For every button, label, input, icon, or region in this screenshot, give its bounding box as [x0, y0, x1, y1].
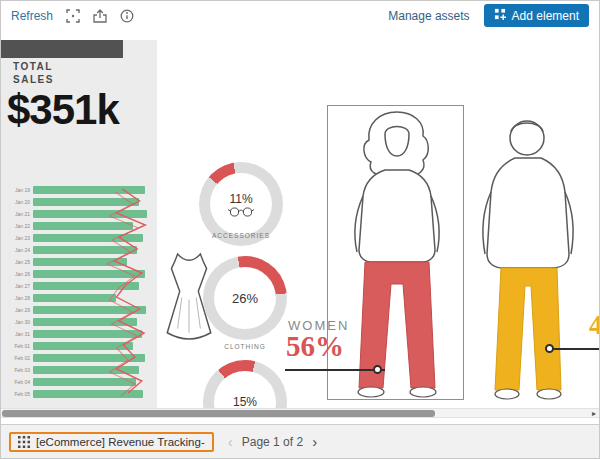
bar: [33, 186, 145, 194]
donut-percent: 11%: [229, 192, 252, 206]
glasses-icon: [228, 207, 254, 217]
total-sales-value: $351k: [7, 86, 119, 134]
donut-chart-third[interactable]: 15%: [203, 360, 287, 408]
bar-row: Jan 26: [9, 268, 151, 280]
bar-row-label: Feb 03: [9, 367, 33, 373]
bar-row-label: Jan 23: [9, 235, 33, 241]
bar-row: Feb 02: [9, 352, 151, 364]
grid-icon: [18, 436, 30, 448]
refresh-button[interactable]: Refresh: [11, 9, 53, 23]
bar: [33, 378, 136, 386]
info-icon[interactable]: [120, 9, 134, 23]
bar-row-label: Feb 04: [9, 379, 33, 385]
donut-percent: 15%: [233, 395, 257, 408]
bar-row-label: Jan 30: [9, 319, 33, 325]
bar: [33, 318, 137, 326]
fit-to-screen-icon[interactable]: [66, 9, 80, 23]
bar-row-label: Feb 02: [9, 355, 33, 361]
bar: [33, 258, 127, 266]
bar: [33, 270, 145, 278]
bar-row: Jan 19: [9, 184, 151, 196]
export-icon[interactable]: [93, 9, 107, 23]
bar-row-label: Jan 27: [9, 283, 33, 289]
page-navigator: ‹ Page 1 of 2 ›: [228, 434, 317, 449]
bar-row-label: Jan 29: [9, 307, 33, 313]
toolbar-left-group: Refresh: [11, 9, 134, 23]
bar-row-label: Jan 31: [9, 331, 33, 337]
donut-chart-accessories[interactable]: 11% ACCESSORIES: [199, 162, 283, 246]
header-strip-decoration: [1, 40, 123, 58]
donut-caption: CLOTHING: [224, 343, 266, 350]
total-sales-label: TOTAL SALES: [13, 60, 54, 86]
bar-row: Jan 31: [9, 328, 151, 340]
women-annotation-line: [285, 369, 385, 371]
dashboard-tab-active[interactable]: [eCommerce] Revenue Tracking-: [9, 432, 214, 452]
bar: [33, 198, 139, 206]
bar-row: Feb 03: [9, 364, 151, 376]
bar: [33, 246, 137, 254]
manage-assets-button[interactable]: Manage assets: [388, 9, 469, 23]
bar: [33, 342, 133, 350]
dashboard-canvas[interactable]: TOTAL SALES $351k Jan 19Jan 20Jan 21Jan …: [1, 30, 599, 408]
bar: [33, 330, 142, 338]
toolbar: Refresh Manage assets Add element: [1, 1, 599, 30]
bar-row-label: Jan 22: [9, 223, 33, 229]
bar-row: Jan 28: [9, 292, 151, 304]
footer-bar: [eCommerce] Revenue Tracking- ‹ Page 1 o…: [1, 424, 599, 458]
bar-row-label: Feb 05: [9, 391, 33, 397]
bar: [33, 366, 139, 374]
bar-row: Feb 04: [9, 376, 151, 388]
bar-row: Jan 21: [9, 208, 151, 220]
bar-row: Jan 23: [9, 232, 151, 244]
bar: [33, 234, 143, 242]
bar-row: Jan 27: [9, 280, 151, 292]
dashboard-tab-label: [eCommerce] Revenue Tracking-: [36, 436, 205, 448]
donut-caption: ACCESSORIES: [212, 232, 270, 239]
app-window: Refresh Manage assets Add element: [0, 0, 600, 459]
men-annotation-line: [549, 348, 599, 350]
add-element-button[interactable]: Add element: [484, 4, 589, 27]
page-indicator: Page 1 of 2: [242, 435, 303, 449]
man-figure[interactable]: [469, 114, 589, 402]
page-next-icon[interactable]: ›: [312, 434, 317, 449]
bar-row-label: Jan 21: [9, 211, 33, 217]
bar-row-label: Jan 25: [9, 259, 33, 265]
men-annotation-dot: [545, 344, 554, 353]
toolbar-right-group: Manage assets Add element: [388, 4, 589, 27]
element-selection-box[interactable]: [327, 105, 464, 400]
bar-row: Jan 30: [9, 316, 151, 328]
bar-row-label: Jan 19: [9, 187, 33, 193]
bar-row-label: Jan 24: [9, 247, 33, 253]
bar-row: Feb 05: [9, 388, 151, 400]
bar-row: Jan 20: [9, 196, 151, 208]
bar: [33, 390, 143, 398]
bar-row: Jan 29: [9, 304, 151, 316]
bar: [33, 354, 145, 362]
women-annotation-dot: [373, 365, 382, 374]
bar: [33, 222, 133, 230]
bar-row-label: Jan 28: [9, 295, 33, 301]
sales-bar-rows: Jan 19Jan 20Jan 21Jan 22Jan 23Jan 24Jan …: [9, 184, 151, 400]
bar-row: Jan 24: [9, 244, 151, 256]
horizontal-scrollbar[interactable]: ▸: [1, 408, 599, 418]
donut-percent: 26%: [232, 291, 258, 306]
page-prev-icon[interactable]: ‹: [228, 434, 233, 449]
bar: [33, 210, 147, 218]
women-percent: 56%: [286, 330, 344, 363]
scrollbar-thumb[interactable]: [2, 410, 435, 417]
bar: [33, 306, 146, 314]
bar: [33, 294, 116, 302]
bar-row: Feb 01: [9, 340, 151, 352]
bar-row: Jan 22: [9, 220, 151, 232]
donut-chart-clothing[interactable]: 26% CLOTHING: [203, 256, 287, 340]
add-element-label: Add element: [512, 9, 579, 23]
bar-row: Jan 25: [9, 256, 151, 268]
bar-row-label: Jan 20: [9, 199, 33, 205]
bar-row-label: Jan 26: [9, 271, 33, 277]
bar: [33, 282, 139, 290]
scrollbar-right-arrow-icon[interactable]: ▸: [592, 409, 596, 418]
bar-row-label: Feb 01: [9, 343, 33, 349]
men-percent-partial: 4: [589, 310, 599, 341]
add-element-grid-icon: [494, 8, 506, 23]
